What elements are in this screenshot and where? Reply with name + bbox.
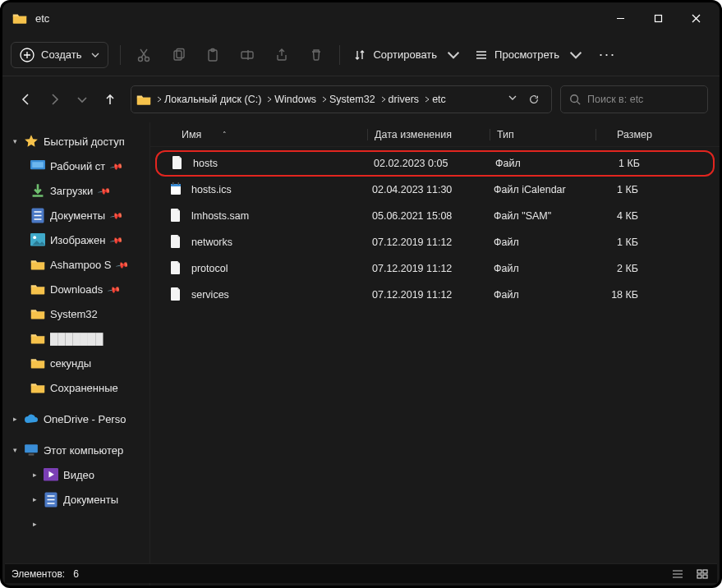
file-row[interactable]: hosts02.02.2023 0:05Файл1 КБ	[155, 150, 715, 177]
tree-this-pc[interactable]: ▾ Этот компьютер	[6, 438, 146, 462]
sidebar-item[interactable]: Сохраненные	[6, 375, 146, 400]
sidebar-item[interactable]: Downloads📌	[6, 277, 146, 301]
sidebar-item[interactable]: Ashampoo S📌	[6, 252, 146, 277]
cloud-icon	[24, 412, 39, 425]
sidebar-item[interactable]: секунды	[6, 351, 146, 375]
sort-button[interactable]: Сортировать	[347, 40, 467, 70]
breadcrumb-segment[interactable]: drivers	[389, 94, 431, 105]
cut-button[interactable]	[127, 40, 160, 70]
pin-icon: 📌	[110, 233, 123, 246]
breadcrumb-segment[interactable]: Локальный диск (C:)	[164, 94, 273, 105]
view-button[interactable]: Просмотреть	[468, 40, 589, 70]
file-row[interactable]: hosts.ics02.04.2023 11:30Файл iCalendar1…	[155, 177, 715, 203]
svg-line-9	[141, 49, 147, 57]
create-button[interactable]: Создать	[11, 42, 108, 68]
item-icon	[30, 184, 45, 197]
tree-more[interactable]: ▸	[6, 512, 146, 536]
sidebar-item[interactable]: Документы📌	[6, 203, 146, 227]
view-label: Просмотреть	[494, 48, 559, 61]
status-count: 6	[73, 568, 79, 580]
forward-button[interactable]	[42, 87, 67, 112]
sidebar-item-label: Видео	[63, 469, 94, 481]
file-type: Файл	[494, 289, 596, 301]
column-name[interactable]: Имя˄	[182, 129, 367, 140]
svg-rect-12	[177, 48, 184, 57]
recent-button[interactable]	[70, 87, 94, 112]
item-icon	[30, 356, 45, 370]
tree-quick-access[interactable]: ▾ Быстрый доступ	[6, 129, 146, 154]
column-date[interactable]: Дата изменения	[375, 129, 490, 140]
search-icon	[569, 94, 581, 105]
sidebar-item[interactable]: Изображен📌	[6, 227, 146, 252]
refresh-icon[interactable]	[528, 94, 540, 105]
sidebar-item-label: Сохраненные	[50, 382, 118, 394]
sidebar-item[interactable]: System32	[6, 301, 146, 326]
item-icon	[30, 233, 45, 246]
explorer-window: etc Создать Сортировать Просмотреть	[0, 0, 722, 588]
chevron-down-icon	[447, 48, 460, 62]
file-size: 2 КБ	[596, 263, 638, 274]
details-view-button[interactable]	[669, 567, 686, 581]
sidebar-item[interactable]: Загрузки📌	[6, 178, 146, 203]
column-headers: Имя˄ Дата изменения Тип Размер	[150, 122, 720, 147]
svg-rect-31	[25, 444, 38, 452]
file-type: Файл	[494, 237, 596, 248]
breadcrumb[interactable]: Локальный диск (C:) Windows System32 dri…	[131, 85, 552, 113]
separator	[120, 45, 121, 65]
file-date: 05.06.2021 15:08	[372, 210, 494, 222]
breadcrumb-segment[interactable]: etc	[432, 94, 446, 105]
file-size: 1 КБ	[596, 184, 638, 195]
pin-icon: 📌	[108, 283, 121, 296]
titlebar: etc	[2, 2, 720, 34]
tree-onedrive[interactable]: ▸ OneDrive - Perso	[6, 407, 146, 431]
svg-line-21	[577, 102, 581, 105]
copy-button[interactable]	[162, 40, 195, 70]
svg-rect-15	[241, 52, 253, 58]
pin-icon: 📌	[110, 159, 123, 172]
search-input[interactable]: Поиск в: etc	[560, 85, 708, 113]
file-size: 1 КБ	[596, 237, 638, 248]
sidebar-item-label: Downloads	[50, 283, 103, 296]
svg-rect-45	[697, 570, 701, 573]
chevron-down-icon[interactable]	[508, 94, 517, 102]
paste-button[interactable]	[196, 40, 229, 70]
file-name: protocol	[191, 263, 372, 274]
sidebar-item[interactable]: ▸Видео	[6, 462, 146, 487]
column-type[interactable]: Тип	[497, 129, 596, 140]
file-row[interactable]: services07.12.2019 11:12Файл18 КБ	[155, 282, 715, 308]
item-icon	[44, 468, 58, 481]
svg-point-20	[571, 95, 578, 103]
file-icon	[170, 182, 183, 197]
breadcrumb-segment[interactable]: Windows	[274, 94, 328, 105]
pin-icon: 📌	[98, 184, 111, 197]
sidebar-item-label: Ashampoo S	[50, 259, 111, 271]
back-button[interactable]	[14, 87, 39, 112]
file-row[interactable]: networks07.12.2019 11:12Файл1 КБ	[155, 229, 715, 255]
delete-button[interactable]	[300, 40, 333, 70]
up-button[interactable]	[98, 87, 122, 112]
sidebar-item[interactable]: ███████	[6, 326, 146, 351]
share-button[interactable]	[265, 40, 298, 70]
file-size: 1 КБ	[597, 158, 640, 169]
chevron-right-icon	[156, 96, 163, 103]
column-size[interactable]: Размер	[603, 129, 652, 140]
breadcrumb-segment[interactable]: System32	[329, 94, 387, 105]
more-button[interactable]: ···	[591, 46, 624, 63]
svg-line-10	[140, 49, 146, 57]
icons-view-button[interactable]	[694, 567, 711, 581]
folder-icon	[136, 94, 151, 105]
close-button[interactable]	[677, 2, 715, 34]
view-icon	[475, 48, 488, 62]
status-label: Элементов:	[11, 568, 65, 580]
sidebar-item[interactable]: Рабочий ст📌	[6, 154, 146, 178]
file-name: networks	[191, 237, 372, 248]
item-icon	[30, 258, 45, 271]
item-icon	[30, 307, 45, 320]
sidebar-item[interactable]: ▸Документы	[6, 487, 146, 512]
minimize-button[interactable]	[601, 2, 639, 34]
file-row[interactable]: protocol07.12.2019 11:12Файл2 КБ	[155, 255, 715, 282]
maximize-button[interactable]	[639, 2, 677, 34]
file-type: Файл "SAM"	[494, 210, 596, 222]
file-row[interactable]: lmhosts.sam05.06.2021 15:08Файл "SAM"4 К…	[155, 203, 715, 229]
rename-button[interactable]	[231, 40, 264, 70]
